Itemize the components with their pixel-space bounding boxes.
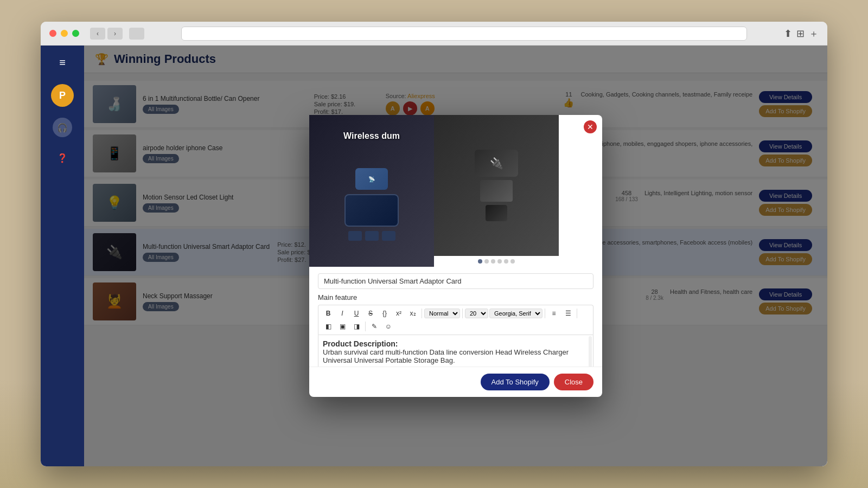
modal-close-btn[interactable]: Close: [554, 374, 593, 390]
product-visual-accessories: [348, 231, 395, 241]
toolbar-divider-1: [422, 309, 422, 318]
italic-button[interactable]: I: [336, 307, 349, 319]
modal-thumb-image: 🔌: [434, 115, 559, 267]
thumb-visual: 🔌: [475, 150, 518, 221]
toolbar-divider-2: [462, 309, 463, 318]
editor-content[interactable]: Product Description: Urban survival card…: [318, 335, 593, 367]
close-window-button[interactable]: [49, 30, 56, 37]
address-bar[interactable]: [181, 27, 747, 41]
toolbar-divider-4: [577, 309, 577, 318]
modal-thumb-main: 🔌: [434, 115, 559, 256]
modal-images: Wireless dum 📡: [309, 115, 602, 267]
align-center-button[interactable]: ▣: [336, 320, 349, 332]
list-unordered-button[interactable]: ≡: [547, 307, 560, 319]
bold-button[interactable]: B: [322, 307, 335, 319]
font-family-select[interactable]: Georgia, Serif: [489, 309, 542, 318]
modal-add-shopify-button[interactable]: Add To Shopify: [481, 374, 550, 390]
dot-5[interactable]: [504, 259, 508, 264]
modal-main-image: Wireless dum 📡: [309, 115, 434, 267]
sidebar-icon-help[interactable]: ❓: [53, 148, 72, 168]
dot-2[interactable]: [484, 259, 489, 264]
modal-overlay: ✕ Wireless dum 📡: [84, 46, 827, 466]
description-body: Urban survival card multi-function Data …: [323, 348, 569, 364]
dot-1[interactable]: [478, 259, 482, 264]
emoji-button[interactable]: ☺: [382, 320, 395, 332]
toolbar-divider-3: [545, 309, 545, 318]
sidebar-icon-headphones[interactable]: 🎧: [53, 118, 72, 137]
superscript-button[interactable]: x²: [392, 307, 405, 319]
highlight-button[interactable]: ✎: [368, 320, 381, 332]
subscript-button[interactable]: x₂: [406, 307, 419, 319]
product-title-input[interactable]: [318, 273, 593, 289]
dot-3[interactable]: [491, 259, 495, 264]
editor-toolbar: B I U S {} x² x₂ Normal: [318, 305, 593, 335]
font-size-select[interactable]: 20: [465, 309, 488, 318]
editor-scrollbar[interactable]: [589, 336, 592, 367]
sidebar-logo[interactable]: P: [51, 84, 74, 107]
app-body: ≡ P 🎧 ❓ 🏆 Winning Products 🍶: [41, 46, 827, 466]
logo-letter: P: [59, 90, 66, 101]
modal: ✕ Wireless dum 📡: [309, 115, 602, 397]
back-button[interactable]: ‹: [90, 28, 105, 40]
dot-4[interactable]: [497, 259, 502, 264]
share-icon[interactable]: ⬆: [784, 28, 792, 40]
maximize-window-button[interactable]: [72, 30, 79, 37]
dot-6[interactable]: [510, 259, 515, 264]
toolbar-right: ⬆ ⊞ ＋: [784, 27, 819, 40]
image-dots: [434, 256, 559, 267]
align-right-button[interactable]: ◨: [350, 320, 363, 332]
modal-close-button[interactable]: ✕: [584, 120, 597, 133]
code-button[interactable]: {}: [378, 307, 391, 319]
product-visual-top: 📡: [355, 168, 388, 190]
image-label: Wireless dum: [343, 131, 400, 141]
add-tab-icon[interactable]: ＋: [809, 27, 819, 40]
toolbar-divider-5: [365, 322, 366, 331]
align-left-button[interactable]: ◧: [322, 320, 335, 332]
modal-form: Main feature B I U S {} x² x₂: [309, 267, 602, 367]
title-bar: ‹ › ⬆ ⊞ ＋: [41, 22, 827, 46]
list-ordered-button[interactable]: ☰: [561, 307, 575, 319]
description-title: Product Description:: [323, 339, 398, 348]
sidebar-toggle-button[interactable]: [129, 28, 144, 40]
strikethrough-button[interactable]: S: [364, 307, 377, 319]
main-feature-label: Main feature: [318, 293, 593, 301]
underline-button[interactable]: U: [350, 307, 363, 319]
product-visual-case: [344, 194, 399, 227]
menu-icon[interactable]: ≡: [57, 54, 68, 71]
minimize-window-button[interactable]: [61, 30, 68, 37]
forward-button[interactable]: ›: [107, 28, 123, 40]
nav-buttons: ‹ ›: [90, 28, 123, 40]
style-select[interactable]: Normal: [424, 309, 460, 318]
new-tab-icon[interactable]: ⊞: [796, 28, 805, 40]
main-content: 🏆 Winning Products 🍶 6 in 1 Multifunctio…: [84, 46, 827, 466]
mac-window: ‹ › ⬆ ⊞ ＋ ≡ P 🎧 ❓ 🏆 Winning Products: [41, 22, 827, 466]
sidebar: ≡ P 🎧 ❓: [41, 46, 84, 466]
traffic-lights: [49, 30, 79, 37]
modal-footer: Add To Shopify Close: [309, 367, 602, 397]
